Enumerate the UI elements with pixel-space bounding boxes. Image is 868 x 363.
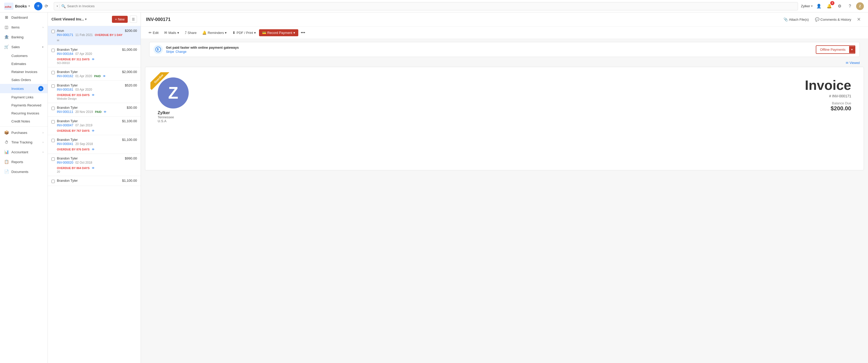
change-link[interactable]: Change <box>176 50 186 54</box>
invoice-number[interactable]: INV-000111 <box>57 110 73 114</box>
reminders-button[interactable]: 🔔 Reminders ▾ <box>199 29 229 36</box>
sidebar-item-banking[interactable]: 🏦 Banking <box>0 32 48 42</box>
purchases-icon: 📦 <box>4 130 9 135</box>
eye-icon: 👁 <box>103 75 106 78</box>
invoice-checkbox[interactable] <box>52 49 55 52</box>
attach-files-button[interactable]: 📎 Attach File(s) <box>781 16 811 23</box>
share-button[interactable]: ⤴ Share <box>182 29 199 36</box>
attach-files-label: Attach File(s) <box>789 18 809 22</box>
invoice-checkbox[interactable] <box>52 71 55 74</box>
new-invoice-button[interactable]: + New <box>112 16 128 23</box>
sidebar-item-recurring-invoices[interactable]: Recurring Invoices <box>0 109 48 117</box>
sidebar-item-estimates[interactable]: Estimates <box>0 60 48 68</box>
invoice-checkbox[interactable] <box>52 158 55 161</box>
pdf-arrow-icon: ▾ <box>254 31 256 35</box>
invoice-item[interactable]: Brandon Tyler $1,100.00 <box>48 176 141 186</box>
invoice-number[interactable]: INV-000162 <box>57 74 73 78</box>
avatar[interactable]: Z <box>856 2 864 10</box>
invoice-customer-name: Brandon Tyler <box>57 70 120 74</box>
list-title[interactable]: Client Viewed Inv... ▾ <box>52 17 87 21</box>
invoice-info: Brandon Tyler INV-000161 03 Apr 2020 OVE… <box>57 83 123 100</box>
invoice-checkbox[interactable] <box>52 84 55 88</box>
invoice-item[interactable]: Brandon Tyler INV-000111 20 Nov 2019 PAI… <box>48 103 141 116</box>
offline-payments-main-button[interactable]: Offline Payments <box>816 46 849 53</box>
payment-icon: 💳 <box>262 31 266 35</box>
search-input[interactable] <box>67 4 795 8</box>
history-button[interactable]: ⟳ <box>42 2 51 10</box>
sidebar-label-payments-received: Payments Received <box>11 103 41 107</box>
sidebar-item-payment-links[interactable]: Payment Links <box>0 93 48 101</box>
items-arrow-icon: › <box>43 26 43 29</box>
sidebar-item-sales-orders[interactable]: Sales Orders <box>0 76 48 84</box>
pdf-label: PDF / Print <box>237 31 253 35</box>
stripe-link[interactable]: Stripe <box>166 50 174 54</box>
invoice-item[interactable]: Brandon Tyler INV-000020 02 Oct 2018 OVE… <box>48 154 141 176</box>
search-type-dropdown[interactable]: ▾ <box>57 5 58 7</box>
sidebar-item-retainer-invoices[interactable]: Retainer Invoices <box>0 68 48 76</box>
invoice-checkbox[interactable] <box>52 30 55 33</box>
contacts-button[interactable]: 👤 <box>815 2 823 10</box>
close-detail-button[interactable]: ✕ <box>855 16 863 23</box>
sidebar-item-purchases[interactable]: 📦 Purchases › <box>0 128 48 138</box>
invoice-amount: $2,000.00 <box>122 70 137 74</box>
mails-button[interactable]: ✉ Mails ▾ <box>161 29 182 36</box>
sidebar-item-credit-notes[interactable]: Credit Notes <box>0 117 48 125</box>
viewed-badge: ✉ Viewed <box>846 61 860 65</box>
invoice-item[interactable]: Brandon Tyler INV-000047 07 Jan 2019 OVE… <box>48 116 141 135</box>
sidebar-label-items: Items <box>11 25 20 29</box>
invoice-number[interactable]: INV-000164 <box>57 52 73 56</box>
user-name: Zylker <box>801 4 810 8</box>
sidebar-item-documents[interactable]: 📄 Documents <box>0 167 48 176</box>
eye-icon: 👁 <box>92 129 95 132</box>
list-menu-button[interactable]: ☰ <box>130 16 137 23</box>
sidebar-item-invoices[interactable]: Invoices + <box>0 84 48 93</box>
settings-button[interactable]: ⚙ <box>835 2 844 10</box>
invoice-checkbox[interactable] <box>52 107 55 110</box>
comment-icon: 💬 <box>815 17 819 22</box>
sidebar-item-customers[interactable]: Customers <box>0 52 48 60</box>
sidebar-item-time-tracking[interactable]: ⏱ Time Tracking › <box>0 138 48 147</box>
invoice-number[interactable]: INV-000171 <box>57 33 73 37</box>
pdf-icon: ⬇ <box>232 31 236 35</box>
company-logo: Z <box>158 77 189 109</box>
comments-history-button[interactable]: 💬 Comments & History <box>812 16 854 23</box>
sidebar-item-payments-received[interactable]: Payments Received <box>0 101 48 109</box>
sidebar-label-payment-links: Payment Links <box>11 95 33 99</box>
invoice-customer-name: Brandon Tyler <box>57 48 120 52</box>
help-button[interactable]: ? <box>846 2 854 10</box>
invoice-status: OVERDUE BY 876 DAYS <box>57 148 90 151</box>
pdf-print-button[interactable]: ⬇ PDF / Print ▾ <box>230 29 258 36</box>
invoice-checkbox[interactable] <box>52 120 55 123</box>
invoice-item[interactable]: Arun INV-000171 11 Feb 2021 OVERDUE BY 1… <box>48 26 141 45</box>
notification-button[interactable]: 🔔 4 <box>825 2 833 10</box>
invoice-number[interactable]: INV-000161 <box>57 88 73 91</box>
invoice-list: Arun INV-000171 11 Feb 2021 OVERDUE BY 1… <box>48 26 141 363</box>
sidebar: ⊞ Dashboard ◫ Items › 🏦 Banking 🛒 Sales … <box>0 12 48 363</box>
invoice-item[interactable]: Brandon Tyler INV-000161 03 Apr 2020 OVE… <box>48 81 141 103</box>
top-nav: zoho Books ▾ + ⟳ ▾ 🔍 Zylker ▾ 👤 🔔 4 ⚙ ? … <box>0 0 868 12</box>
sidebar-item-accountant[interactable]: 📊 Accountant › <box>0 147 48 157</box>
invoice-number[interactable]: INV-000020 <box>57 161 73 164</box>
invoice-customer-name: Brandon Tyler <box>57 83 123 87</box>
invoice-checkbox[interactable] <box>52 139 55 142</box>
invoice-amount: $1,100.00 <box>122 119 137 123</box>
invoice-number[interactable]: INV-000047 <box>57 123 73 127</box>
user-menu[interactable]: Zylker ▾ <box>801 4 813 8</box>
invoice-item[interactable]: Brandon Tyler INV-000162 01 Apr 2020 PAI… <box>48 67 141 81</box>
record-payment-button[interactable]: 💳 Record Payment ▾ <box>259 29 298 36</box>
logo-area[interactable]: zoho Books ▾ <box>4 3 30 10</box>
offline-payments-arrow-button[interactable]: ▾ <box>849 46 855 53</box>
sidebar-item-reports[interactable]: 📋 Reports <box>0 157 48 167</box>
sidebar-item-sales[interactable]: 🛒 Sales ▾ <box>0 42 48 52</box>
invoice-checkbox[interactable] <box>52 180 55 183</box>
invoice-item[interactable]: Brandon Tyler INV-000164 07 Apr 2020 OVE… <box>48 45 141 67</box>
eye-icon: 👁 <box>92 93 95 96</box>
sidebar-item-items[interactable]: ◫ Items › <box>0 22 48 32</box>
add-new-button[interactable]: + <box>34 2 42 10</box>
invoice-number[interactable]: INV-000041 <box>57 142 73 146</box>
sidebar-item-dashboard[interactable]: ⊞ Dashboard <box>0 12 48 22</box>
more-actions-button[interactable]: ••• <box>299 29 307 36</box>
edit-button[interactable]: ✏ Edit <box>146 29 161 36</box>
invoice-item[interactable]: Brandon Tyler INV-000041 20 Sep 2018 OVE… <box>48 135 141 154</box>
invoices-add-button[interactable]: + <box>38 86 43 91</box>
